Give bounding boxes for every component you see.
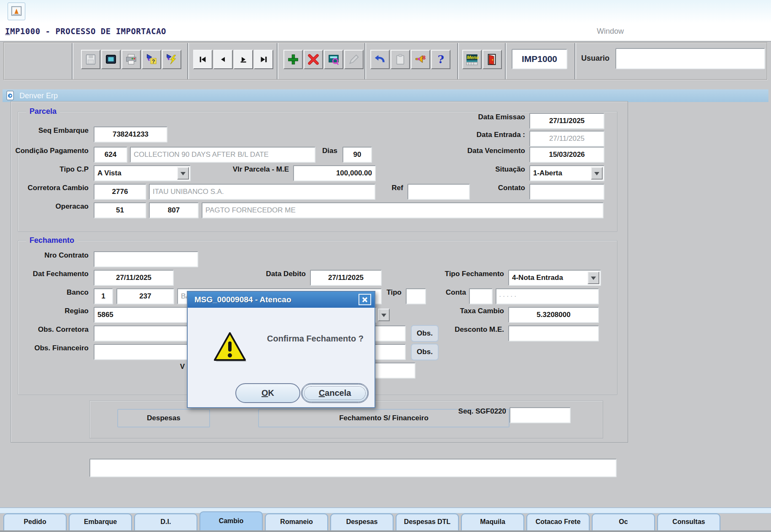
tab-oc[interactable]: Oc bbox=[592, 513, 655, 530]
toolbar-paste-button[interactable] bbox=[391, 50, 410, 69]
toolbar-save-button[interactable] bbox=[81, 50, 100, 69]
condicao-pagamento-code-field[interactable]: 624 bbox=[94, 147, 127, 163]
app-window-icon[interactable] bbox=[8, 3, 25, 20]
toolbar-print-button[interactable] bbox=[121, 50, 141, 69]
document-icon bbox=[6, 91, 15, 101]
tab-pedido[interactable]: Pedido bbox=[3, 513, 67, 530]
tipo-cp-dropdown-arrow[interactable] bbox=[177, 167, 189, 180]
toolbar-next-record-button[interactable] bbox=[234, 50, 253, 69]
horn-badge-icon: 8 bbox=[414, 53, 427, 66]
seq-embarque-field[interactable]: 738241233 bbox=[94, 126, 167, 142]
toolbar-show-message-button[interactable]: 8 bbox=[411, 50, 430, 69]
ref-label: Ref bbox=[361, 184, 403, 200]
dialog-ok-button[interactable]: OK bbox=[235, 383, 300, 403]
tipo-cp-combo[interactable]: A Vista bbox=[94, 165, 191, 181]
fechamento-group-title: Fechamento bbox=[26, 236, 78, 245]
menu-window[interactable]: Window bbox=[597, 27, 624, 36]
despesas-button[interactable]: Despesas bbox=[117, 409, 210, 427]
tab-embarque[interactable]: Embarque bbox=[69, 513, 132, 530]
data-debito-field[interactable]: 27/11/2025 bbox=[310, 270, 382, 286]
note-field[interactable] bbox=[89, 459, 617, 477]
lightning-icon bbox=[165, 53, 178, 66]
save-icon bbox=[84, 53, 97, 66]
toolbar-first-record-button[interactable] bbox=[193, 50, 213, 69]
dias-field[interactable]: 90 bbox=[342, 147, 372, 163]
toolbar-record-button[interactable] bbox=[101, 50, 121, 69]
tab-maquila[interactable]: Maquila bbox=[461, 513, 524, 530]
toolbar-delete-record-button[interactable] bbox=[304, 50, 323, 69]
desconto-me-label: Desconto M.E. bbox=[415, 325, 504, 341]
menubar: IMP1000 - PROCESSO DE IMPORTACAO Window bbox=[0, 23, 771, 42]
toolbar-last-record-button[interactable] bbox=[254, 50, 273, 69]
contato-label: Contato bbox=[437, 184, 525, 200]
tab-di[interactable]: D.I. bbox=[134, 513, 197, 530]
desconto-me-field[interactable] bbox=[508, 325, 599, 341]
pencil-disabled-icon bbox=[348, 53, 360, 66]
module-code-field[interactable]: IMP1000 bbox=[512, 49, 567, 69]
last-record-icon bbox=[258, 54, 269, 65]
vlr-parcela-label: Vlr Parcela - M.E bbox=[192, 165, 289, 181]
condicao-pagamento-desc-field: COLLECTION 90 DAYS AFTER B/L DATE bbox=[130, 147, 315, 163]
toolbar-divider bbox=[574, 43, 576, 79]
corretora-cambio-code-field[interactable]: 2776 bbox=[94, 184, 146, 200]
tab-despesas[interactable]: Despesas bbox=[330, 513, 394, 530]
banco-code1-field[interactable]: 1 bbox=[94, 288, 113, 304]
dialog-titlebar[interactable]: MSG_00009084 - Atencao bbox=[188, 292, 375, 308]
obs-financeiro-button[interactable]: Obs. bbox=[411, 344, 439, 360]
tipo-fechamento-combo[interactable]: 4-Nota Entrada bbox=[508, 270, 601, 286]
appbar: Denver Erp bbox=[3, 89, 768, 102]
operacao-desc-field: PAGTO FORNECEDOR ME bbox=[202, 202, 604, 218]
form-title: IMP1000 - PROCESSO DE IMPORTACAO bbox=[5, 27, 166, 36]
vlr-parcela-field[interactable]: 100,000.00 bbox=[293, 165, 376, 181]
tab-cambio[interactable]: Cambio bbox=[199, 511, 263, 530]
banco-code2-field[interactable]: 237 bbox=[116, 288, 174, 304]
tab-despesas-dtl[interactable]: Despesas DTL bbox=[396, 513, 459, 530]
situacao-dropdown-arrow[interactable] bbox=[591, 167, 603, 180]
operacao-code1-field[interactable]: 51 bbox=[94, 202, 146, 218]
dat-fechamento-field[interactable]: 27/11/2025 bbox=[94, 270, 174, 286]
appbar-title: Denver Erp bbox=[19, 91, 58, 100]
data-emissao-field[interactable]: 27/11/2025 bbox=[529, 113, 604, 129]
dialog-cancel-button[interactable]: Cancela bbox=[301, 383, 369, 403]
operacao-code2-field[interactable]: 807 bbox=[149, 202, 199, 218]
toolbar-previous-record-button[interactable] bbox=[213, 50, 233, 69]
toolbar-exit-button[interactable] bbox=[483, 50, 502, 69]
regiao-dropdown-arrow[interactable] bbox=[378, 309, 390, 321]
toolbar-divider bbox=[187, 43, 189, 79]
toolbar-divider bbox=[277, 43, 278, 79]
usuario-label: Usuario bbox=[581, 54, 609, 63]
toolbar-help-query-button[interactable]: ? bbox=[142, 50, 161, 69]
conta-field-1[interactable] bbox=[469, 288, 493, 304]
toolbar-divider bbox=[364, 43, 366, 79]
toolbar-insert-record-button[interactable] bbox=[283, 50, 303, 69]
svg-text:?: ? bbox=[438, 53, 444, 66]
tab-cotacao-frete[interactable]: Cotacao Frete bbox=[526, 513, 590, 530]
data-vencimento-label: Data Vencimento bbox=[437, 147, 525, 163]
toolbar-execute-query-button[interactable] bbox=[162, 50, 181, 69]
previous-record-icon bbox=[218, 54, 229, 65]
window-titlebar bbox=[0, 0, 771, 23]
contato-field[interactable] bbox=[529, 184, 604, 200]
toolbar-menu-button[interactable]: Menu bbox=[462, 50, 482, 69]
obs-financeiro-label: Obs. Financeiro bbox=[0, 344, 89, 360]
monitor-icon bbox=[105, 53, 117, 66]
dialog-close-button[interactable] bbox=[359, 294, 371, 305]
tipo-fechamento-dropdown-arrow[interactable] bbox=[588, 271, 599, 284]
nro-contrato-field[interactable] bbox=[94, 251, 198, 267]
toolbar-undo-button[interactable] bbox=[370, 50, 390, 69]
taxa-cambio-field[interactable]: 5.3208000 bbox=[508, 307, 599, 323]
condicao-pagamento-label: Condição Pagamento bbox=[0, 147, 89, 163]
focus-ring bbox=[304, 386, 366, 400]
clipboard-disabled-icon bbox=[394, 53, 407, 66]
seq-sgf0220-field[interactable] bbox=[510, 407, 571, 423]
toolbar-help-button[interactable]: ? bbox=[431, 50, 450, 69]
tab-consultas[interactable]: Consultas bbox=[657, 513, 720, 530]
conta-field-2[interactable]: ····· bbox=[496, 288, 599, 304]
undo-icon bbox=[374, 53, 386, 66]
dat-fechamento-label: Dat Fechamento bbox=[0, 270, 89, 286]
data-vencimento-field[interactable]: 15/03/2026 bbox=[529, 147, 604, 163]
toolbar-enter-query-button[interactable] bbox=[324, 50, 343, 69]
toolbar-edit-button[interactable] bbox=[344, 50, 364, 69]
tab-romaneio[interactable]: Romaneio bbox=[265, 513, 328, 530]
usuario-field[interactable] bbox=[615, 48, 765, 69]
